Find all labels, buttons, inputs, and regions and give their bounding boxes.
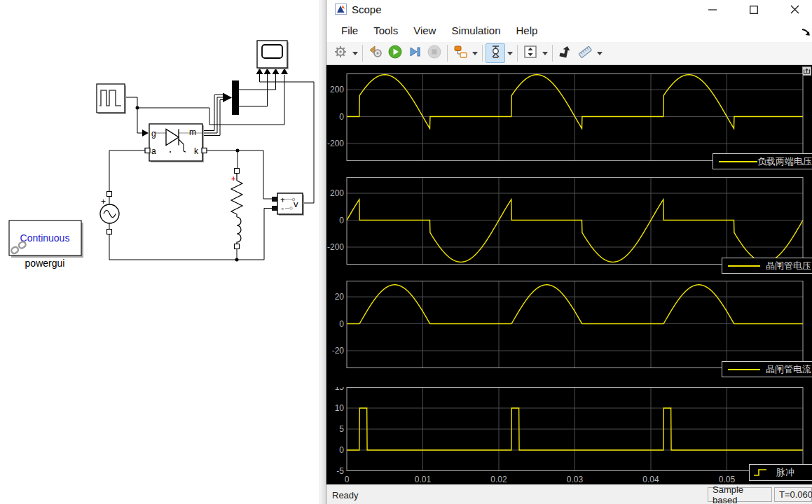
- port-square: [235, 169, 240, 174]
- wire: [260, 74, 315, 203]
- legend-label: 负载两端电压: [757, 155, 812, 168]
- highlight-block-dropdown[interactable]: [470, 44, 479, 62]
- trigger-icon: [558, 45, 573, 62]
- chevron-down-icon: [352, 52, 358, 55]
- legend-stair-sample: [750, 467, 776, 478]
- powergui-name-label: powergui: [25, 258, 65, 269]
- legend-plot-2[interactable]: 晶闸管电压: [722, 258, 812, 274]
- y-tick-label: 0: [339, 445, 344, 455]
- close-button[interactable]: [784, 1, 805, 18]
- port-square: [272, 197, 277, 202]
- status-text: Ready: [332, 490, 359, 500]
- stop-icon: [427, 45, 441, 62]
- x-tick-label: 0.01: [415, 475, 432, 484]
- thyristor-port-g-label: g: [151, 129, 156, 139]
- scope-plot-4: 151050-500.010.020.030.040.05: [326, 387, 812, 484]
- scale-y-axis-dropdown[interactable]: [505, 44, 514, 62]
- ac-voltage-source-block[interactable]: +: [100, 192, 119, 234]
- toolbar-separator: [362, 45, 363, 62]
- maximize-icon: [750, 6, 758, 14]
- simulate-rewind-icon: [369, 45, 383, 62]
- y-tick-label: 10: [335, 403, 345, 413]
- wire: [137, 108, 142, 133]
- x-tick-label: 0.03: [567, 475, 584, 484]
- titlebar[interactable]: Scope: [326, 0, 812, 19]
- wire: [207, 150, 272, 199]
- wire: [109, 150, 145, 192]
- simulate-rewind-button[interactable]: [366, 43, 385, 63]
- port-square: [107, 192, 112, 197]
- y-tick-label: 0: [339, 112, 344, 122]
- settings-gear-button[interactable]: [331, 43, 350, 63]
- legend-plot-3[interactable]: 晶闸管电流: [722, 361, 812, 377]
- menu-item-tools[interactable]: Tools: [366, 22, 406, 39]
- minimize-button[interactable]: [702, 1, 723, 18]
- wire-junction: [236, 149, 240, 153]
- y-tick-label: 0: [339, 319, 344, 329]
- y-tick-label: 200: [330, 85, 344, 94]
- chevron-down-icon: [597, 52, 603, 55]
- chevron-down-icon: [542, 52, 548, 55]
- sim-time-cell: T=0.060: [774, 487, 812, 502]
- legend-label: 晶闸管电压: [766, 260, 811, 272]
- wire: [137, 75, 284, 125]
- source-plus-label: +: [101, 197, 106, 206]
- fit-to-view-button[interactable]: [521, 43, 540, 63]
- x-tick-label: 0.04: [642, 475, 659, 484]
- step-forward-button[interactable]: [405, 43, 425, 63]
- highlight-block-button[interactable]: [450, 43, 470, 63]
- minimize-icon: [708, 6, 717, 14]
- scope-plot-3: 200-20: [326, 281, 812, 370]
- y-tick-label: 200: [330, 188, 344, 198]
- port-square: [145, 148, 150, 153]
- pulse-generator-block[interactable]: [97, 84, 126, 114]
- legend-plot-1[interactable]: 负载两端电压: [713, 153, 812, 169]
- legend-plot-4[interactable]: 脉冲: [749, 464, 812, 481]
- x-tick-label: 0.02: [490, 475, 507, 484]
- legend-label: 晶闸管电流: [766, 363, 811, 376]
- menu-item-simulation[interactable]: Simulation: [443, 22, 508, 39]
- measurements-button[interactable]: [575, 43, 595, 63]
- y-tick-label: -20: [332, 346, 345, 356]
- inductor-icon: [237, 217, 241, 244]
- port-square: [235, 244, 240, 249]
- x-tick-label: 0: [345, 475, 350, 484]
- toolbar-separator: [482, 45, 483, 62]
- toolbar: [326, 42, 812, 65]
- y-tick-label: -200: [327, 242, 344, 252]
- run-button[interactable]: [385, 43, 405, 63]
- menu-item-help[interactable]: Help: [509, 22, 546, 39]
- demux-block[interactable]: [232, 80, 239, 115]
- measurements-dropdown[interactable]: [595, 44, 604, 62]
- y-tick-label: 0: [339, 216, 344, 225]
- run-icon: [388, 45, 402, 62]
- rl-branch-block[interactable]: +: [231, 169, 242, 249]
- statusbar: Ready Sample based T=0.060: [326, 484, 812, 504]
- y-tick-label: 5: [339, 424, 344, 434]
- wire-bundle: [202, 100, 223, 136]
- settings-gear-dropdown[interactable]: [350, 44, 359, 62]
- x-tick-label: 0.05: [719, 475, 736, 484]
- scope-window: Scope FileToolsViewSimulationHelp: [326, 0, 812, 504]
- stop-button: [425, 43, 444, 63]
- scale-y-axis-button[interactable]: [486, 43, 505, 63]
- step-forward-icon: [408, 45, 422, 62]
- menu-overflow-icon[interactable]: [801, 28, 811, 36]
- scope-app-icon: [335, 4, 347, 15]
- toolbar-separator: [552, 45, 553, 62]
- legend-label: 脉冲: [776, 466, 794, 479]
- scale-y-axis-icon: [489, 45, 502, 62]
- wire-junction: [235, 258, 239, 262]
- voltage-measurement-block[interactable]: + - v: [272, 193, 304, 216]
- trigger-button[interactable]: [556, 43, 575, 63]
- powergui-mode-text: Continuous: [20, 232, 70, 244]
- scope-plot-2: 2000-200: [326, 177, 812, 266]
- menu-item-file[interactable]: File: [333, 22, 366, 39]
- y-tick-label: -5: [336, 466, 344, 476]
- scope-block[interactable]: [257, 41, 289, 69]
- fit-to-view-dropdown[interactable]: [540, 44, 549, 62]
- powergui-block[interactable]: Continuous powergui: [9, 220, 83, 269]
- thyristor-block[interactable]: g m a k: [145, 124, 207, 162]
- maximize-button[interactable]: [743, 1, 764, 18]
- menu-item-view[interactable]: View: [406, 22, 443, 39]
